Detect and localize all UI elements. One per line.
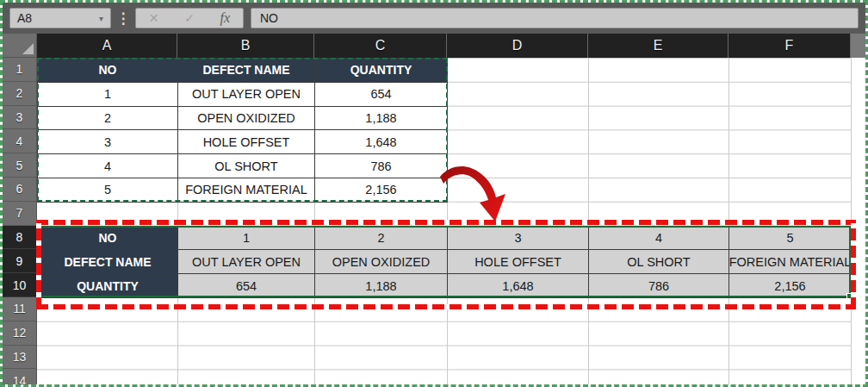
source-cell[interactable]: 1,648: [315, 130, 448, 154]
source-cell[interactable]: OUT LAYER OPEN: [178, 83, 315, 107]
source-header-no[interactable]: NO: [38, 59, 178, 83]
row-header-6[interactable]: 6: [3, 178, 37, 202]
cancel-icon[interactable]: ✕: [149, 12, 159, 24]
row-header-5[interactable]: 5: [3, 153, 37, 178]
select-all-triangle-icon: [22, 43, 34, 54]
source-header-defect[interactable]: DEFECT NAME: [178, 59, 315, 83]
select-all-button[interactable]: [3, 34, 37, 58]
transposed-cell[interactable]: 1: [178, 227, 315, 251]
enter-icon[interactable]: ✓: [184, 12, 195, 24]
column-header-a[interactable]: A: [37, 34, 177, 58]
column-header-d[interactable]: D: [447, 34, 588, 58]
row-header-4[interactable]: 4: [3, 129, 37, 153]
transposed-cell[interactable]: 1,648: [448, 274, 589, 298]
transposed-cell[interactable]: OL SHORT: [589, 250, 729, 274]
transposed-label-no[interactable]: NO: [38, 227, 178, 251]
transposed-cell[interactable]: 1,188: [315, 274, 448, 298]
source-cell[interactable]: 1,188: [315, 107, 448, 131]
source-cell[interactable]: 1: [38, 83, 178, 107]
source-cell[interactable]: 5: [38, 178, 178, 203]
source-cell[interactable]: 2: [38, 107, 178, 131]
source-table: NO DEFECT NAME QUANTITY 1 OUT LAYER OPEN…: [37, 58, 448, 203]
transposed-cell[interactable]: 2,156: [729, 274, 852, 298]
grid-line-vertical: [728, 58, 729, 384]
row-headers: 1 2 3 4 5 6 7 8 9 10 11 12 13 14: [3, 58, 37, 384]
excel-window: A8 ▾ ⋮ ✕ ✓ fx NO A B C D E F 1 2 3 4: [0, 0, 868, 387]
source-cell[interactable]: FOREIGN MATERIAL: [178, 178, 315, 203]
transposed-cell[interactable]: 2: [315, 227, 448, 251]
worksheet-grid: A B C D E F 1 2 3 4 5 6 7 8 9 10 11 12 1…: [3, 34, 865, 384]
source-cell[interactable]: 2,156: [315, 178, 448, 203]
row-header-10[interactable]: 10: [3, 273, 37, 297]
row-header-7[interactable]: 7: [3, 202, 37, 226]
grid-line-vertical: [851, 58, 852, 384]
source-cell[interactable]: OPEN OXIDIZED: [178, 107, 315, 131]
toolbar-handle-dots-icon: ⋮: [117, 6, 129, 30]
source-cell[interactable]: 3: [38, 130, 178, 154]
row-header-2[interactable]: 2: [3, 82, 37, 106]
transposed-cell[interactable]: 4: [589, 227, 729, 251]
formula-bar-input[interactable]: NO: [251, 8, 859, 28]
row-header-13[interactable]: 13: [3, 346, 37, 370]
row-header-12[interactable]: 12: [3, 321, 37, 346]
source-cell[interactable]: OL SHORT: [178, 154, 315, 178]
formula-buttons: ✕ ✓ fx: [135, 8, 244, 28]
transposed-cell[interactable]: OPEN OXIDIZED: [315, 250, 448, 274]
transposed-cell[interactable]: OUT LAYER OPEN: [178, 250, 315, 274]
row-header-11[interactable]: 11: [3, 297, 37, 321]
transposed-cell[interactable]: FOREIGN MATERIAL: [729, 250, 852, 274]
transposed-cell[interactable]: 654: [178, 274, 315, 298]
source-cell[interactable]: 654: [315, 83, 448, 107]
transposed-cell[interactable]: 786: [589, 274, 729, 298]
grid-line-vertical: [588, 58, 589, 384]
formula-toolbar: A8 ▾ ⋮ ✕ ✓ fx NO: [3, 3, 865, 34]
transposed-cell[interactable]: 3: [448, 227, 589, 251]
source-cell[interactable]: HOLE OFFSET: [178, 130, 315, 154]
source-cell[interactable]: 4: [38, 154, 178, 178]
row-header-3[interactable]: 3: [3, 106, 37, 130]
source-header-quantity[interactable]: QUANTITY: [315, 59, 448, 83]
formula-bar-value: NO: [260, 11, 278, 25]
transposed-label-quantity[interactable]: QUANTITY: [38, 274, 178, 298]
row-header-8[interactable]: 8: [3, 226, 37, 250]
chevron-down-icon[interactable]: ▾: [99, 14, 103, 23]
name-box-value: A8: [17, 11, 99, 25]
name-box[interactable]: A8 ▾: [9, 8, 111, 28]
row-header-9[interactable]: 9: [3, 249, 37, 273]
insert-function-icon[interactable]: fx: [220, 11, 231, 25]
transposed-label-defect[interactable]: DEFECT NAME: [38, 250, 178, 274]
transposed-cell[interactable]: 5: [729, 227, 852, 251]
source-cell[interactable]: 786: [315, 154, 448, 178]
column-header-c[interactable]: C: [314, 34, 447, 58]
header-gutter: [851, 34, 865, 58]
transposed-table: NO 1 2 3 4 5 DEFECT NAME OUT LAYER OPEN …: [37, 226, 852, 298]
transposed-cell[interactable]: HOLE OFFSET: [448, 250, 589, 274]
column-header-b[interactable]: B: [177, 34, 314, 58]
row-header-1[interactable]: 1: [3, 58, 37, 82]
column-header-e[interactable]: E: [588, 34, 728, 58]
column-header-f[interactable]: F: [728, 34, 851, 58]
row-header-14[interactable]: 14: [3, 369, 37, 384]
